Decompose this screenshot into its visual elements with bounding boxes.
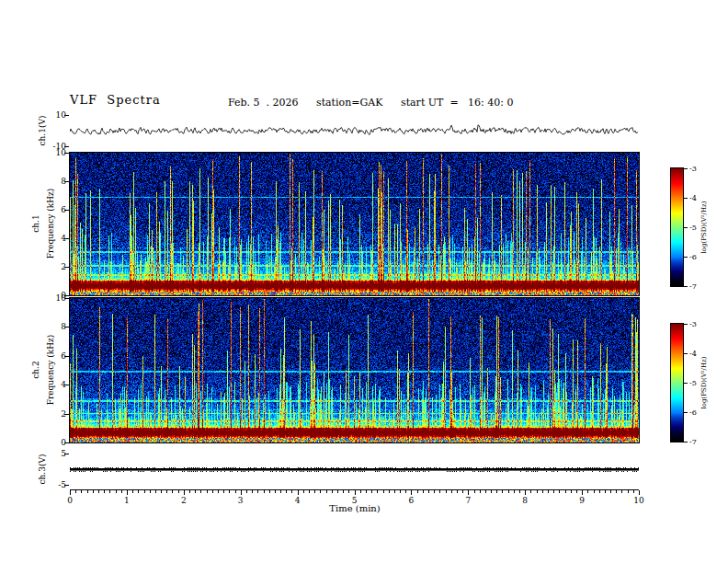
x-axis-tick bbox=[314, 490, 315, 493]
x-axis-tick bbox=[309, 490, 310, 493]
spec2-y-tick-label: 2 bbox=[48, 409, 66, 419]
x-axis-tick bbox=[537, 490, 538, 493]
x-axis-tick bbox=[355, 490, 356, 495]
x-axis-tick bbox=[70, 490, 71, 495]
x-axis-tick-label: 0 bbox=[61, 496, 79, 505]
x-axis-tick bbox=[639, 490, 640, 495]
x-axis-tick bbox=[235, 490, 236, 493]
x-axis-tick bbox=[417, 490, 418, 493]
x-axis-tick-label: 10 bbox=[630, 496, 648, 505]
spec1-y-tick-label: 10 bbox=[48, 148, 66, 157]
spec1-y-tick-label: 4 bbox=[48, 234, 66, 243]
x-axis-tick bbox=[610, 490, 611, 493]
colorbar1-tick bbox=[684, 198, 688, 199]
x-axis-tick-label: 2 bbox=[175, 496, 193, 505]
x-axis-tick bbox=[212, 490, 213, 493]
colorbar2-tick bbox=[684, 383, 688, 384]
x-axis-tick bbox=[81, 490, 82, 493]
x-axis-tick bbox=[343, 490, 344, 493]
x-axis-tick bbox=[439, 490, 440, 493]
x-axis-tick bbox=[257, 490, 258, 493]
x-axis-tick bbox=[508, 490, 509, 493]
x-axis-tick bbox=[616, 490, 617, 493]
x-axis-tick bbox=[389, 490, 390, 493]
x-axis-tick bbox=[633, 490, 634, 493]
x-axis-tick bbox=[291, 490, 292, 493]
spec1-channel-label: ch.1 bbox=[31, 210, 40, 237]
x-axis-tick bbox=[377, 490, 378, 493]
ch3-waveform-canvas bbox=[70, 449, 639, 489]
x-axis-tick bbox=[485, 490, 486, 493]
spec2-ylabel: Frequency (kHz) bbox=[46, 328, 55, 411]
x-axis-tick bbox=[98, 490, 99, 493]
colorbar2-tick bbox=[684, 412, 688, 413]
x-axis-tick bbox=[605, 490, 606, 493]
colorbar1-tick bbox=[684, 227, 688, 228]
colorbar1-tick bbox=[684, 286, 688, 287]
x-axis-tick bbox=[246, 490, 247, 493]
x-axis-tick bbox=[474, 490, 475, 493]
x-axis-tick bbox=[383, 490, 384, 493]
x-axis-tick bbox=[548, 490, 549, 493]
x-axis-tick bbox=[423, 490, 424, 493]
x-axis-tick bbox=[121, 490, 122, 493]
x-axis-tick bbox=[451, 490, 452, 493]
colorbar1-label: log(PSD)(V²/Hz) bbox=[700, 195, 709, 259]
x-axis-tick bbox=[348, 490, 349, 493]
x-axis-tick bbox=[514, 490, 515, 493]
colorbar2-tick-label: -5 bbox=[689, 379, 697, 387]
x-axis-tick-label: 7 bbox=[459, 496, 477, 505]
colorbar1-canvas bbox=[670, 167, 684, 287]
x-axis-tick bbox=[109, 490, 110, 493]
colorbar2-canvas bbox=[670, 323, 684, 442]
y-tick bbox=[64, 146, 69, 147]
colorbar2-tick-label: -7 bbox=[689, 438, 697, 446]
x-axis-tick bbox=[468, 490, 469, 495]
plot-title: VLF Spectra bbox=[70, 96, 161, 105]
x-axis-tick bbox=[286, 490, 287, 493]
ch3-ytick-top: 5 bbox=[48, 449, 66, 458]
x-axis-tick bbox=[75, 490, 76, 493]
x-axis-tick-label: 5 bbox=[346, 496, 364, 505]
x-axis-tick bbox=[241, 490, 242, 495]
x-axis-tick bbox=[218, 490, 219, 493]
ch1-spectrogram-canvas bbox=[69, 152, 640, 296]
x-axis-tick bbox=[496, 490, 497, 493]
colorbar1-tick-label: -4 bbox=[689, 194, 697, 202]
x-axis-tick bbox=[132, 490, 133, 493]
x-axis-tick-label: 9 bbox=[573, 496, 591, 505]
colorbar1-tick-label: -3 bbox=[689, 165, 697, 173]
x-axis-tick bbox=[155, 490, 156, 493]
x-axis-tick bbox=[571, 490, 572, 493]
x-axis-tick bbox=[530, 490, 531, 493]
x-axis-tick bbox=[594, 490, 595, 493]
plot-station: station=GAK bbox=[316, 98, 382, 108]
x-axis-tick bbox=[184, 490, 185, 495]
colorbar2-label: log(PSD)(V²/Hz) bbox=[700, 350, 709, 415]
x-axis-tick-label: 6 bbox=[402, 496, 420, 505]
spec2-channel-label: ch.2 bbox=[31, 356, 40, 384]
x-axis-tick bbox=[366, 490, 367, 493]
x-axis-tick bbox=[582, 490, 583, 495]
ch2-spectrogram-canvas bbox=[69, 297, 640, 443]
x-axis-tick bbox=[599, 490, 600, 493]
x-axis-tick bbox=[189, 490, 190, 493]
x-axis-tick bbox=[502, 490, 503, 493]
y-tick bbox=[64, 454, 69, 454]
plot-date: Feb. 5 . 2026 bbox=[228, 98, 299, 108]
x-axis-tick bbox=[195, 490, 196, 493]
spec2-y-tick-label: 0 bbox=[48, 438, 66, 447]
x-axis-tick bbox=[525, 490, 526, 495]
x-axis-tick bbox=[116, 490, 117, 493]
x-axis-tick bbox=[457, 490, 458, 493]
x-axis-tick bbox=[446, 490, 447, 493]
y-tick bbox=[64, 115, 69, 116]
colorbar1-tick bbox=[684, 168, 688, 169]
spec2-y-tick-label: 4 bbox=[48, 380, 66, 389]
x-axis-tick bbox=[127, 490, 128, 495]
x-axis-tick bbox=[161, 490, 162, 493]
x-axis-tick bbox=[326, 490, 327, 493]
x-axis-tick bbox=[252, 490, 253, 493]
x-axis-tick bbox=[519, 490, 520, 493]
x-axis-tick-label: 3 bbox=[232, 496, 250, 505]
